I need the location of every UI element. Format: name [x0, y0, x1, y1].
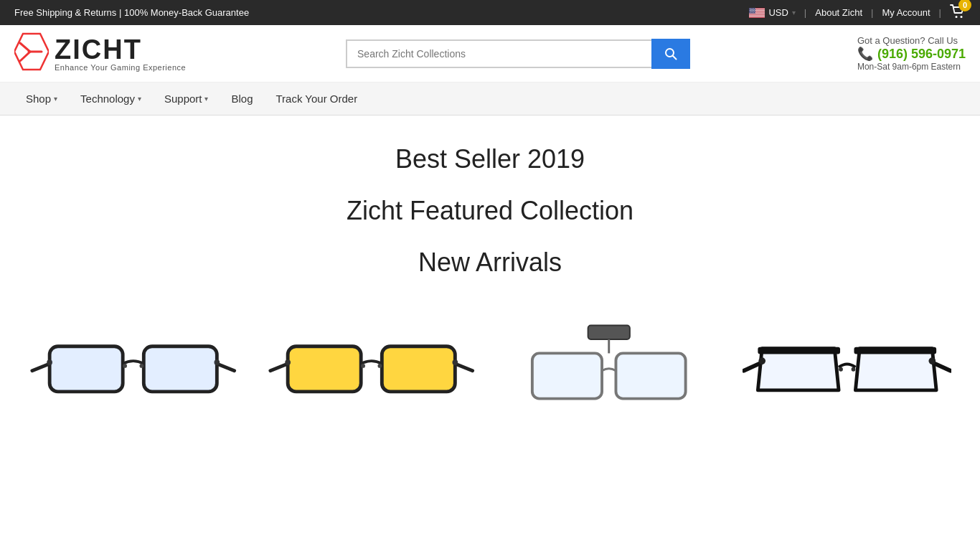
svg-point-25 — [754, 11, 755, 11]
logo[interactable]: ZICHT Enhance Your Gaming Experience — [14, 32, 186, 75]
product-image-3 — [504, 306, 714, 421]
main-content: Best Seller 2019 Zicht Featured Collecti… — [0, 116, 980, 457]
product-card-2[interactable] — [253, 292, 491, 435]
svg-point-11 — [753, 8, 754, 9]
svg-point-53 — [285, 359, 291, 365]
svg-line-38 — [217, 364, 234, 371]
separator-2: | — [871, 7, 873, 18]
shop-chevron-icon: ▾ — [54, 95, 57, 103]
svg-point-14 — [752, 9, 753, 9]
technology-chevron-icon: ▾ — [138, 95, 141, 103]
product-image-4 — [743, 306, 952, 421]
svg-point-26 — [750, 11, 750, 12]
svg-point-27 — [751, 11, 752, 12]
cart-button[interactable]: 0 — [950, 4, 966, 21]
currency-chevron-icon: ▾ — [792, 9, 796, 17]
svg-point-12 — [755, 8, 755, 9]
svg-rect-6 — [749, 16, 765, 17]
nav-shop[interactable]: Shop ▾ — [14, 83, 69, 115]
contact-info: Got a Question? Call Us 📞 (916) 596-0971… — [857, 35, 966, 72]
us-flag-icon — [749, 8, 765, 18]
svg-point-30 — [755, 11, 755, 12]
search-icon — [664, 47, 677, 60]
svg-point-63 — [758, 357, 765, 364]
new-arrivals-title: New Arrivals — [0, 233, 980, 285]
svg-rect-50 — [382, 347, 455, 392]
search-bar — [346, 39, 690, 69]
phone-number[interactable]: 📞 (916) 596-0971 — [857, 46, 966, 62]
main-nav: Shop ▾ Technology ▾ Support ▾ Blog Track… — [0, 83, 980, 116]
svg-point-62 — [851, 367, 855, 372]
product-image-2 — [267, 306, 476, 421]
support-chevron-icon: ▾ — [204, 95, 208, 103]
svg-point-29 — [753, 11, 754, 12]
featured-collection-title: Zicht Featured Collection — [0, 182, 980, 233]
svg-point-51 — [361, 364, 365, 368]
promo-text: Free Shipping & Returns | 100% Money-Bac… — [14, 7, 749, 18]
svg-rect-4 — [749, 13, 765, 14]
svg-point-16 — [754, 9, 755, 9]
svg-point-8 — [750, 8, 750, 9]
about-link[interactable]: About Zicht — [815, 7, 862, 18]
separator-3: | — [939, 7, 941, 18]
svg-point-28 — [753, 11, 753, 12]
svg-point-64 — [928, 357, 936, 364]
nav-blog[interactable]: Blog — [220, 83, 264, 115]
search-button[interactable] — [651, 39, 690, 69]
cart-count-badge: 0 — [958, 0, 971, 11]
svg-point-20 — [753, 10, 754, 11]
svg-rect-65 — [758, 347, 840, 354]
svg-point-32 — [961, 16, 963, 18]
svg-point-23 — [752, 11, 753, 11]
svg-rect-46 — [145, 348, 215, 390]
phone-icon: 📞 — [857, 46, 873, 62]
account-link[interactable]: My Account — [882, 7, 930, 18]
currency-selector[interactable]: USD ▾ — [749, 7, 795, 18]
nav-support[interactable]: Support ▾ — [153, 83, 220, 115]
svg-point-52 — [377, 364, 382, 368]
nav-technology[interactable]: Technology ▾ — [69, 83, 153, 115]
svg-rect-45 — [51, 348, 121, 390]
nav-track-order[interactable]: Track Your Order — [265, 83, 369, 115]
product-card-4[interactable] — [728, 292, 966, 435]
svg-point-54 — [452, 359, 458, 365]
svg-point-9 — [751, 8, 752, 9]
top-bar: Free Shipping & Returns | 100% Money-Bac… — [0, 0, 980, 25]
svg-point-61 — [839, 367, 843, 372]
separator-1: | — [804, 7, 806, 18]
svg-point-17 — [750, 10, 750, 11]
svg-line-48 — [455, 364, 472, 371]
svg-point-21 — [755, 10, 755, 11]
svg-line-47 — [270, 364, 287, 371]
product-card-1[interactable] — [14, 292, 253, 435]
svg-rect-49 — [288, 347, 361, 392]
svg-line-36 — [673, 55, 677, 59]
svg-point-24 — [753, 11, 754, 11]
svg-point-18 — [751, 10, 752, 11]
svg-point-13 — [750, 9, 751, 9]
svg-rect-66 — [854, 347, 936, 354]
products-grid — [0, 285, 980, 443]
svg-point-41 — [123, 364, 127, 368]
product-image-1 — [29, 306, 238, 421]
svg-rect-55 — [588, 326, 630, 339]
product-card-3[interactable] — [490, 292, 728, 435]
svg-rect-58 — [616, 353, 685, 398]
svg-point-22 — [750, 11, 751, 11]
top-bar-right: USD ▾ | About Zicht | My Account | 0 — [749, 4, 966, 21]
svg-line-37 — [32, 364, 50, 371]
svg-rect-57 — [532, 353, 602, 398]
header: ZICHT Enhance Your Gaming Experience Got… — [0, 25, 980, 83]
svg-point-31 — [956, 16, 958, 18]
search-input[interactable] — [346, 39, 651, 68]
svg-point-15 — [753, 9, 754, 9]
logo-icon — [14, 32, 49, 75]
svg-point-42 — [139, 364, 143, 368]
best-seller-title: Best Seller 2019 — [0, 130, 980, 182]
svg-point-19 — [753, 10, 753, 11]
logo-text: ZICHT Enhance Your Gaming Experience — [55, 36, 186, 72]
svg-rect-5 — [749, 14, 765, 15]
svg-point-10 — [753, 8, 753, 9]
